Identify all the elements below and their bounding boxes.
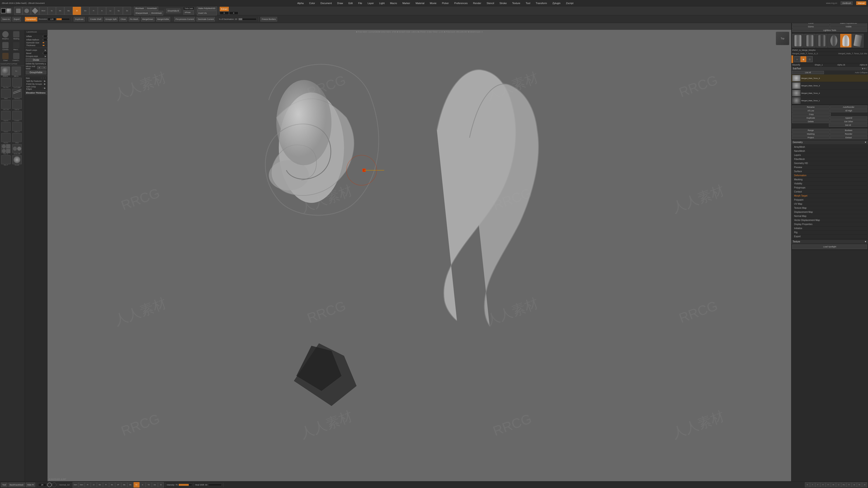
bottom-tool-move[interactable]: Mv: [109, 482, 115, 488]
create-shell-btn[interactable]: Create Shell: [89, 17, 103, 22]
bottom-misc-4[interactable]: Fi: [820, 482, 826, 487]
bottom-misc-12[interactable]: Al: [862, 482, 867, 487]
geo-normal-map[interactable]: Normal Map: [792, 214, 867, 218]
subtool-minus[interactable]: -: [866, 67, 867, 70]
tool-smooth[interactable]: Smooth: [11, 155, 22, 166]
menu-zplugin[interactable]: Zplugin: [551, 1, 562, 5]
inflate-balloon-value[interactable]: 0: [43, 38, 48, 41]
tool-bott-p[interactable]: Bott_P: [0, 155, 11, 166]
menu-document[interactable]: Document: [319, 1, 333, 5]
menu-marker[interactable]: Marker: [401, 1, 411, 5]
crimp-slider[interactable]: [42, 87, 43, 89]
bottom-tool-stantile[interactable]: St: [158, 482, 164, 488]
duplicate-btn[interactable]: Duplicate: [74, 17, 85, 22]
menu-material[interactable]: Material: [414, 1, 426, 5]
geo-fibermesh[interactable]: FiberMesh: [792, 157, 867, 161]
geo-displacement-map[interactable]: Displacement Map: [792, 210, 867, 214]
geo-deformation[interactable]: Deformation: [792, 173, 867, 177]
main-viewport[interactable]: 人人素材 RRCG 人人素材 RRCG RRCG 人人素材 RRCG 人人素材 …: [48, 30, 791, 481]
delete-btn[interactable]: Delete: [792, 120, 830, 123]
bottom-tool-gizmo[interactable]: Gz: [133, 482, 140, 488]
tool-inflate[interactable]: Inflate: [11, 133, 22, 144]
groups-split-btn[interactable]: Groups Split: [104, 17, 118, 22]
back-face-btn[interactable]: BackFaceMask: [8, 483, 25, 487]
menu-movie[interactable]: Movie: [429, 1, 438, 5]
group-visible-btn[interactable]: GroupVisible: [26, 70, 46, 74]
freeze-borders-btn[interactable]: Freeze Borders: [260, 17, 277, 22]
auto-reorder-btn[interactable]: AutoReorder: [830, 105, 868, 109]
menu-render[interactable]: Render: [472, 1, 483, 5]
split-slider[interactable]: [42, 80, 43, 82]
smooth-brush-btn[interactable]: Sm: [81, 7, 89, 15]
tool-immsc[interactable]: Sc IMM Sc: [11, 66, 22, 77]
geo-display-properties[interactable]: Display Properties: [792, 222, 867, 226]
tool-thumb-3[interactable]: [816, 34, 828, 47]
bottom-tool-trimdyn[interactable]: TD: [146, 482, 152, 488]
menu-macro[interactable]: Macro: [389, 1, 399, 5]
gizmo3d-slider[interactable]: [42, 42, 46, 43]
tool-curvetubimm[interactable]: CurvTuIMM: [11, 77, 22, 88]
move-brush-btn[interactable]: Move: [39, 7, 48, 15]
bottom-tool-magnify[interactable]: Ma: [121, 482, 127, 488]
rs-icon-sphere[interactable]: ○: [794, 56, 800, 62]
subtool-item-3[interactable]: Merged_Male_Torso_4: [792, 90, 868, 97]
masking-rs-btn[interactable]: Masking: [792, 132, 830, 135]
list-all-btn[interactable]: List All: [792, 71, 824, 74]
tool-screw-bb[interactable]: Screw_BB: [11, 144, 22, 155]
show-hide-all-btn[interactable]: ShowHideAll: [166, 8, 180, 13]
menu-tool[interactable]: Tool: [524, 1, 532, 5]
bottom-misc-8[interactable]: Ro: [841, 482, 846, 487]
geo-export[interactable]: Export: [792, 234, 867, 238]
append-btn[interactable]: Append: [830, 116, 868, 120]
bottom-tool-inflat[interactable]: In: [140, 482, 146, 488]
tool-chisel[interactable]: Chisel: [0, 52, 11, 62]
morph2-brush-btn[interactable]: Ma: [64, 7, 72, 15]
trick-sub-display[interactable]: Trick Sub: [183, 7, 194, 10]
all-high-btn[interactable]: All High: [830, 109, 868, 112]
shrink-mask-btn[interactable]: ShrinkMask: [150, 11, 163, 15]
tool-trimline[interactable]: TrimLin: [0, 122, 11, 133]
tool-thumb-active[interactable]: [840, 34, 851, 47]
subtool-item-2[interactable]: Merged_Male_Torso_3: [792, 82, 868, 90]
sharpen-mask-btn[interactable]: SharpenMask: [134, 11, 149, 15]
dynamesh-btn[interactable]: DynaMesh: [25, 17, 37, 22]
bottom-tool-dam3[interactable]: Da: [152, 482, 158, 488]
bottom-tool-dam[interactable]: Dam: [72, 482, 79, 488]
geo-polypaint[interactable]: Polypaint: [792, 198, 867, 202]
polish-slider[interactable]: [42, 84, 43, 85]
tool-mode-btn[interactable]: Tool: [1, 483, 7, 487]
thickness-slider[interactable]: [42, 45, 46, 46]
crimp-arrow[interactable]: ▶: [44, 87, 46, 89]
menu-edit[interactable]: Edit: [347, 1, 354, 5]
reorder-btn[interactable]: Reorder: [830, 132, 868, 135]
tool-pensha[interactable]: Pen Sha: [0, 77, 11, 88]
rename-btn[interactable]: Rename: [792, 105, 830, 109]
blur-mask-btn[interactable]: BlurMask: [134, 6, 145, 11]
split-arrow[interactable]: ▶: [44, 80, 46, 82]
geo-nanomesh[interactable]: NanoMesh: [792, 149, 867, 153]
geometry-toggle[interactable]: ▼: [864, 141, 867, 143]
bottom-misc-3[interactable]: P: [815, 482, 820, 487]
morph-brush-btn[interactable]: Mo: [56, 7, 64, 15]
get-other-btn[interactable]: Get Other: [830, 120, 868, 123]
extract-btn[interactable]: Extract: [220, 7, 229, 11]
tool-clipslice[interactable]: Clip/Slice: [11, 89, 22, 99]
xpose-btn[interactable]: XPose: [183, 10, 194, 15]
tool-les[interactable]: LES_Chil: [0, 100, 11, 110]
visible-btn[interactable]: Visible: [830, 25, 867, 28]
menu-draw[interactable]: Draw: [336, 1, 344, 5]
tool-macro[interactable]: Macro...: [11, 41, 22, 52]
scale3d-btn[interactable]: [23, 7, 31, 15]
gizmo-btn[interactable]: Gizmo: [792, 25, 830, 28]
texture-header[interactable]: Texture ▼: [792, 240, 868, 243]
snake-brush-btn[interactable]: Sn: [123, 7, 131, 15]
texture-toggle[interactable]: ▼: [864, 240, 867, 243]
bottom-tool-pinch2[interactable]: Pi: [103, 482, 109, 488]
mirror-y-btn[interactable]: Y: [42, 66, 46, 69]
menu-picker[interactable]: Picker: [440, 1, 450, 5]
width-display[interactable]: 28: [38, 483, 46, 486]
polish-arrow[interactable]: ▶: [44, 83, 46, 85]
delete-symmetry-toggle[interactable]: ▲: [44, 63, 46, 65]
bottom-misc-2[interactable]: F: [810, 482, 815, 487]
bottom-misc-1[interactable]: R: [805, 482, 810, 487]
